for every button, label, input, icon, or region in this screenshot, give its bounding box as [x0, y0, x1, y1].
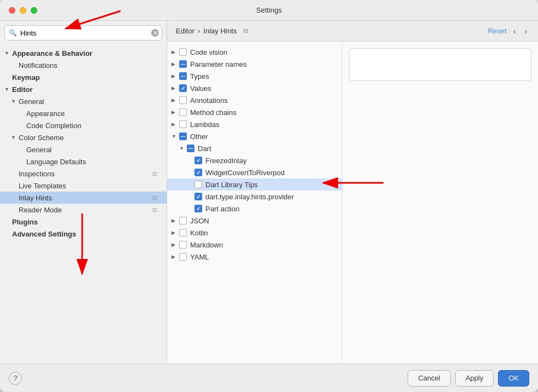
sidebar-item-notifications[interactable]: Notifications [0, 59, 167, 71]
ok-button[interactable]: OK [498, 370, 529, 387]
hint-label: Part action [205, 205, 340, 213]
sidebar-item-inlay-hints[interactable]: Inlay Hints ⊡ [0, 192, 167, 204]
dart-type-inlay-checkbox[interactable] [194, 193, 202, 200]
hint-row-frozen-inlay[interactable]: FreezedInlay [167, 154, 342, 166]
sidebar-item-appearance[interactable]: ▼ Appearance & Behavior [0, 47, 167, 59]
sidebar-item-live-templates[interactable]: Live Templates [0, 180, 167, 192]
sidebar-item-code-completion[interactable]: Code Completion [0, 119, 167, 131]
chevron-icon: ▼ [11, 135, 19, 140]
chevron-icon: ▶ [171, 61, 179, 67]
widget-covert-checkbox[interactable] [194, 169, 202, 176]
hint-row-markdown[interactable]: ▶ Markdown [167, 239, 342, 251]
sidebar-item-label: General [26, 146, 162, 154]
hint-label: Annotations [190, 96, 340, 105]
sidebar-item-label: Inlay Hints [19, 194, 152, 202]
code-vision-checkbox[interactable] [179, 48, 187, 56]
hint-row-other[interactable]: ▼ Other [167, 130, 342, 142]
sidebar-item-color-scheme[interactable]: ▼ Color Scheme [0, 131, 167, 143]
help-button[interactable]: ? [9, 372, 22, 385]
sidebar-item-label: Language Defaults [26, 158, 162, 166]
hint-row-lambdas[interactable]: ▶ Lambdas [167, 118, 342, 130]
hint-row-part-action[interactable]: Part action [167, 203, 342, 215]
sidebar-item-lang-defaults[interactable]: Language Defaults [0, 155, 167, 168]
sidebar-item-label: Advanced Settings [12, 230, 162, 238]
yaml-checkbox[interactable] [179, 253, 187, 261]
other-checkbox[interactable] [179, 132, 187, 140]
sidebar-item-label: Notifications [19, 61, 162, 70]
hint-label: Values [190, 84, 340, 93]
sidebar-item-label: Live Templates [19, 182, 162, 190]
minimize-button[interactable] [20, 7, 26, 14]
values-checkbox[interactable] [179, 84, 187, 92]
sidebar-item-general2[interactable]: General [0, 143, 167, 155]
json-checkbox[interactable] [179, 217, 187, 224]
hint-row-values[interactable]: ▶ Values [167, 82, 342, 94]
part-action-checkbox[interactable] [194, 205, 202, 212]
sidebar-item-inspections[interactable]: Inspections ⊡ [0, 168, 167, 180]
nav-back-button[interactable]: ‹ [511, 26, 518, 37]
chevron-icon: ▶ [171, 242, 179, 247]
chevron-icon: ▼ [4, 50, 12, 56]
breadcrumb-editor[interactable]: Editor [176, 27, 194, 35]
types-checkbox[interactable] [179, 72, 187, 80]
dart-library-tips-checkbox[interactable] [194, 181, 202, 188]
hint-label: Other [190, 132, 340, 141]
apply-button[interactable]: Apply [455, 370, 494, 387]
lambdas-checkbox[interactable] [179, 120, 187, 128]
sidebar-item-label: Appearance & Behavior [12, 49, 162, 57]
chevron-icon: ▶ [171, 73, 179, 79]
markdown-checkbox[interactable] [179, 241, 187, 249]
hint-row-code-vision[interactable]: ▶ Code vision [167, 46, 342, 58]
hint-row-yaml[interactable]: ▶ YAML [167, 251, 342, 263]
sidebar-item-advanced[interactable]: Advanced Settings [0, 228, 167, 240]
footer: ? Cancel Apply OK [0, 364, 538, 392]
sidebar-item-appearance2[interactable]: Appearance [0, 107, 167, 119]
panel-content: ▶ Code vision ▶ Parameter names ▶ [167, 42, 538, 364]
hint-row-widget-covert[interactable]: WidgetCovertToRiverpod [167, 166, 342, 178]
reset-button[interactable]: Reset [488, 27, 507, 35]
hint-row-types[interactable]: ▶ Types [167, 70, 342, 82]
hint-row-json[interactable]: ▶ JSON [167, 215, 342, 227]
cancel-button[interactable]: Cancel [408, 370, 450, 387]
sidebar-item-label: Keymap [12, 73, 162, 82]
nav-fwd-button[interactable]: › [522, 26, 529, 37]
sidebar-item-editor[interactable]: ▼ Editor [0, 83, 167, 95]
chevron-icon: ▶ [171, 85, 179, 91]
chevron-icon: ▶ [171, 49, 179, 55]
hint-row-dart[interactable]: ▼ Dart [167, 142, 342, 154]
chevron-icon: ▼ [171, 134, 179, 139]
search-box: 🔍 ✕ [4, 25, 162, 41]
sidebar-item-reader-mode[interactable]: Reader Mode ⊡ [0, 204, 167, 216]
dart-checkbox[interactable] [187, 145, 194, 152]
hint-row-annotations[interactable]: ▶ Annotations [167, 94, 342, 106]
hint-label: YAML [190, 253, 340, 261]
sidebar-item-label: Color Scheme [19, 134, 162, 142]
chevron-icon: ▼ [179, 146, 187, 151]
sidebar-item-general[interactable]: ▼ General [0, 95, 167, 107]
close-button[interactable] [9, 7, 15, 14]
search-input[interactable] [4, 25, 162, 41]
parameter-names-checkbox[interactable] [179, 60, 187, 68]
maximize-button[interactable] [31, 7, 37, 14]
preview-area [349, 48, 531, 81]
annotations-checkbox[interactable] [179, 96, 187, 104]
sidebar-item-plugins[interactable]: Plugins [0, 216, 167, 228]
hint-label: Kotlin [190, 229, 340, 237]
hint-row-kotlin[interactable]: ▶ Kotlin [167, 227, 342, 239]
chevron-icon: ▶ [171, 97, 179, 103]
method-chains-checkbox[interactable] [179, 108, 187, 116]
hint-row-method-chains[interactable]: ▶ Method chains [167, 106, 342, 118]
hint-row-parameter-names[interactable]: ▶ Parameter names [167, 58, 342, 70]
titlebar: Settings [0, 0, 538, 21]
chevron-icon: ▶ [171, 122, 179, 127]
restore-icon: ⊟ [243, 27, 248, 34]
chevron-icon: ▶ [171, 109, 179, 115]
breadcrumb-inlay-hints[interactable]: Inlay Hints [203, 27, 237, 35]
hint-row-dart-type-inlay[interactable]: dart.type.inlay.hints.provider [167, 191, 342, 203]
kotlin-checkbox[interactable] [179, 229, 187, 237]
search-clear-button[interactable]: ✕ [151, 29, 159, 37]
frozen-inlay-checkbox[interactable] [194, 157, 202, 164]
settings-icon: ⊡ [152, 171, 161, 177]
hint-row-dart-library-tips[interactable]: Dart Library Tips [167, 178, 342, 191]
sidebar-item-keymap[interactable]: Keymap [0, 71, 167, 83]
